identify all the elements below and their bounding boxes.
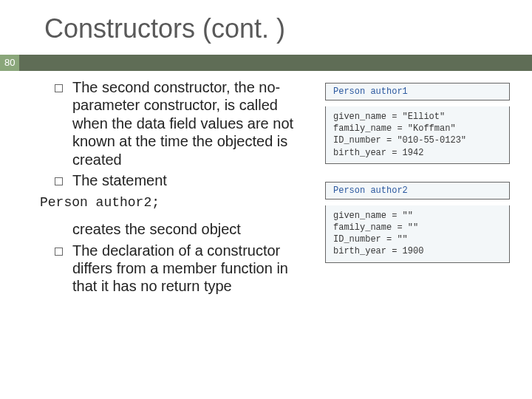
bullet-list-2: The declaration of a constructor differs… (52, 242, 312, 296)
field-line: given_name = "" (333, 210, 502, 222)
diagram-column: Person author1 given_name = "Elliot" fam… (325, 78, 510, 299)
bullet-item: The statement (52, 171, 312, 189)
continuation-text: creates the second object (52, 220, 312, 238)
text-column: The second constructor, the no-parameter… (52, 78, 312, 299)
object-label: Person author2 (325, 182, 510, 200)
field-line: family_name = "Koffman" (333, 123, 502, 134)
code-statement: Person author2; (40, 195, 312, 211)
slide: Constructors (cont. ) 80 The second cons… (0, 0, 532, 399)
object-label: Person author1 (325, 83, 510, 100)
slide-title: Constructors (cont. ) (44, 13, 510, 44)
content-row: The second constructor, the no-parameter… (22, 78, 510, 299)
object-diagram-author1: Person author1 given_name = "Elliot" fam… (325, 83, 510, 164)
object-fields: given_name = "Elliot" family_name = "Kof… (325, 106, 510, 164)
bullet-item: The second constructor, the no-parameter… (52, 78, 312, 168)
object-fields: given_name = "" family_name = "" ID_numb… (325, 205, 510, 263)
object-diagram-author2: Person author2 given_name = "" family_na… (325, 182, 510, 263)
field-line: birth_year = 1942 (333, 147, 502, 159)
bullet-list-1: The second constructor, the no-parameter… (52, 78, 312, 189)
field-line: given_name = "Elliot" (333, 111, 502, 123)
field-line: family_name = "" (333, 222, 502, 233)
field-line: ID_number = "010-55-0123" (333, 134, 502, 146)
bullet-item: The declaration of a constructor differs… (52, 242, 312, 296)
field-line: ID_number = "" (333, 233, 502, 245)
header-divider-bar: 80 (0, 55, 532, 71)
slide-number-badge: 80 (0, 55, 19, 71)
field-line: birth_year = 1900 (333, 245, 502, 257)
